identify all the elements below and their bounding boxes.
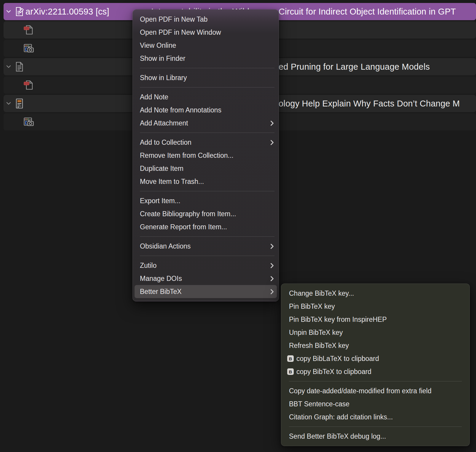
menu-item-label: copy BibLaTeX to clipboard — [296, 355, 465, 363]
item-context-menu: Open PDF in New TabOpen PDF in New Windo… — [132, 9, 279, 301]
menu-item-label: BBT Sentence-case — [289, 400, 465, 408]
menu-item-add-to-collection[interactable]: Add to Collection — [133, 136, 279, 149]
menu-item-label: Refresh BibTeX key — [289, 342, 465, 350]
menu-item-label: Change BibTeX key... — [289, 289, 465, 297]
menu-item-label: Create Bibliography from Item... — [140, 210, 274, 218]
menu-separator — [140, 236, 274, 237]
menu-item-label: Generate Report from Item... — [140, 223, 274, 231]
chevron-down-icon[interactable] — [6, 10, 11, 13]
menu-item-copy-bibtex-to-clipboard[interactable]: Bcopy BibTeX to clipboard — [281, 365, 469, 378]
pdf-icon — [23, 25, 34, 35]
menu-item-label: Show in Library — [140, 74, 274, 82]
menu-separator — [140, 191, 274, 191]
menu-item-move-item-to-trash[interactable]: Move Item to Trash... — [133, 175, 279, 188]
menu-item-export-item[interactable]: Export Item... — [133, 194, 279, 207]
menu-item-copy-biblatex-to-clipboard[interactable]: Bcopy BibLaTeX to clipboard — [281, 352, 469, 365]
menu-item-label: Open PDF in New Tab — [140, 15, 274, 23]
submenu-arrow-icon — [270, 120, 274, 126]
menu-item-label: Pin BibTeX key — [289, 303, 465, 311]
menu-item-view-online[interactable]: View Online — [133, 39, 279, 52]
menu-item-citation-graph-add-citation-links[interactable]: Citation Graph: add citation links... — [281, 410, 469, 424]
menu-separator — [140, 133, 274, 133]
submenu-arrow-icon — [270, 243, 274, 249]
menu-item-label: Show in Finder — [140, 55, 274, 63]
menu-item-label: Copy date-added/date-modified from extra… — [289, 387, 465, 395]
menu-item-label: Remove Item from Collection... — [140, 152, 274, 160]
menu-item-generate-report-from-item[interactable]: Generate Report from Item... — [133, 220, 279, 233]
submenu-arrow-icon — [270, 276, 274, 281]
menu-item-pin-bibtex-key-from-inspirehep[interactable]: Pin BibTeX key from InspireHEP — [281, 313, 469, 326]
menu-item-label: Export Item... — [140, 197, 274, 205]
menu-item-label: Open PDF in New Window — [140, 28, 274, 36]
menu-item-show-in-finder[interactable]: Show in Finder — [133, 52, 279, 65]
item-label: arXiv:2211.00593 [cs] — [25, 7, 109, 17]
snapshot-icon — [23, 43, 34, 53]
menu-item-bbt-sentence-case[interactable]: BBT Sentence-case — [281, 397, 469, 410]
report-icon — [15, 98, 24, 109]
menu-separator — [140, 87, 274, 87]
menu-item-add-note-from-annotations[interactable]: Add Note from Annotations — [133, 104, 279, 117]
chevron-down-icon[interactable] — [6, 65, 11, 69]
menu-item-copy-date-added-date-modified-from-extra-field[interactable]: Copy date-added/date-modified from extra… — [281, 384, 469, 397]
menu-item-label: Manage DOIs — [140, 275, 265, 283]
menu-item-manage-dois[interactable]: Manage DOIs — [133, 272, 279, 285]
submenu-arrow-icon — [270, 263, 274, 268]
bibtex-b-icon: B — [287, 368, 294, 375]
document-icon — [15, 61, 24, 72]
item-title-fragment: ology Help Explain Why Facts Don’t Chang… — [279, 99, 460, 109]
bibtex-b-icon: B — [287, 355, 294, 362]
pdf-icon — [23, 80, 34, 90]
submenu-arrow-icon — [270, 289, 274, 295]
menu-item-refresh-bibtex-key[interactable]: Refresh BibTeX key — [281, 339, 469, 352]
menu-item-unpin-bibtex-key[interactable]: Unpin BibTeX key — [281, 326, 469, 339]
menu-item-label: Add Note from Annotations — [140, 106, 274, 114]
menu-item-add-note[interactable]: Add Note — [133, 90, 279, 104]
menu-item-label: Zutilo — [140, 262, 265, 270]
menu-separator — [289, 381, 462, 381]
menu-item-label: Send Better BibTeX debug log... — [289, 432, 465, 440]
menu-item-obsidian-actions[interactable]: Obsidian Actions — [133, 240, 279, 253]
menu-item-label: Move Item to Trash... — [140, 178, 274, 186]
menu-separator — [289, 426, 462, 427]
menu-separator — [140, 68, 274, 68]
item-title-fragment: ed Pruning for Large Language Models — [279, 62, 430, 72]
menu-item-label: Pin BibTeX key from InspireHEP — [289, 316, 465, 324]
item-title-fragment: Circuit for Indirect Object Identificati… — [279, 7, 456, 17]
menu-separator — [140, 256, 274, 256]
snapshot-icon — [23, 117, 34, 127]
menu-item-send-better-bibtex-debug-log[interactable]: Send Better BibTeX debug log... — [281, 430, 469, 443]
menu-item-label: Add Note — [140, 93, 274, 101]
menu-item-label: Obsidian Actions — [140, 242, 265, 250]
chevron-down-icon[interactable] — [6, 102, 11, 105]
menu-item-add-attachment[interactable]: Add Attachment — [133, 117, 279, 130]
menu-item-label: Duplicate Item — [140, 165, 274, 173]
menu-item-label: Add Attachment — [140, 119, 265, 127]
menu-item-pin-bibtex-key[interactable]: Pin BibTeX key — [281, 300, 469, 313]
menu-item-change-bibtex-key[interactable]: Change BibTeX key... — [281, 287, 469, 300]
menu-item-remove-item-from-collection[interactable]: Remove Item from Collection... — [133, 149, 279, 162]
menu-item-duplicate-item[interactable]: Duplicate Item — [133, 162, 279, 175]
menu-item-zutilo[interactable]: Zutilo — [133, 259, 279, 272]
menu-item-label: Unpin BibTeX key — [289, 329, 465, 337]
menu-item-open-pdf-in-new-window[interactable]: Open PDF in New Window — [133, 26, 279, 39]
menu-item-open-pdf-in-new-tab[interactable]: Open PDF in New Tab — [133, 13, 279, 26]
preprint-pencil-icon — [15, 6, 24, 17]
menu-item-label: View Online — [140, 42, 274, 50]
menu-item-label: Add to Collection — [140, 139, 265, 147]
menu-item-show-in-library[interactable]: Show in Library — [133, 71, 279, 84]
menu-item-better-bibtex[interactable]: Better BibTeX — [135, 285, 277, 298]
submenu-arrow-icon — [270, 140, 274, 145]
menu-item-label: copy BibTeX to clipboard — [296, 368, 465, 376]
better-bibtex-submenu: Change BibTeX key...Pin BibTeX keyPin Bi… — [281, 284, 470, 446]
menu-item-label: Citation Graph: add citation links... — [289, 413, 465, 421]
menu-item-label: Better BibTeX — [140, 288, 265, 296]
menu-item-create-bibliography-from-item[interactable]: Create Bibliography from Item... — [133, 207, 279, 220]
